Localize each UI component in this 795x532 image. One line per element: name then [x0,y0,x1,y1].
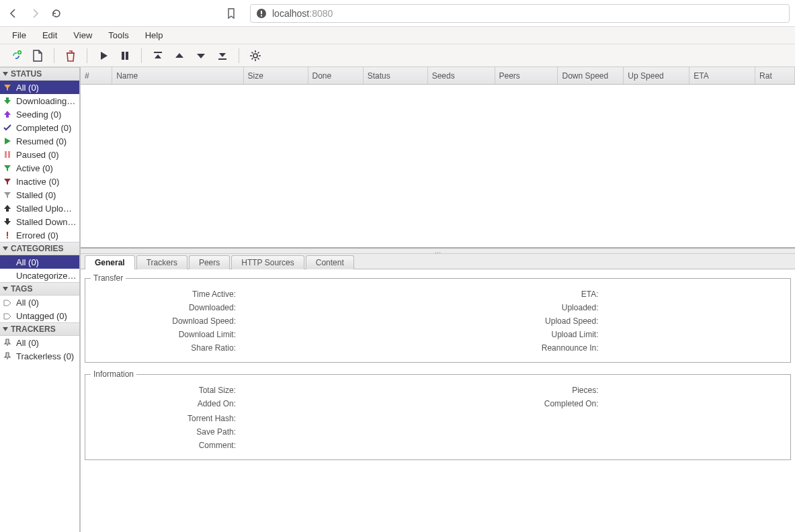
field-label: Downloaded: [85,303,240,312]
menu-view[interactable]: View [65,28,100,43]
sidebar-section-categories[interactable]: CATEGORIES [0,242,79,255]
svg-rect-1 [261,11,262,14]
field-value [603,399,791,408]
move-top-button[interactable] [147,46,169,66]
sidebar-item-label: Uncategorized (0) [16,271,77,281]
column-header[interactable]: Up Speed [624,67,689,84]
sidebar-item-label: All (0) [16,298,39,308]
add-torrent-link-button[interactable] [5,46,27,66]
browser-url-bar[interactable]: localhost:8080 [250,4,790,23]
field-value [603,290,791,299]
svg-rect-7 [218,58,226,60]
tab-general[interactable]: General [85,255,135,269]
tab-peers[interactable]: Peers [189,255,230,269]
field-value [240,441,790,450]
menu-help[interactable]: Help [137,28,171,43]
status-item[interactable]: All (0) [0,81,79,94]
sidebar-section-status[interactable]: STATUS [0,67,79,81]
detail-panel: Transfer Time Active:ETA:Downloaded:Uplo… [81,269,795,532]
sidebar-item-label: Stalled Uploadi… [16,204,77,214]
pin-icon [3,338,12,347]
status-item[interactable]: Paused (0) [0,148,79,161]
field-label: Share Ratio: [85,343,240,353]
sidebar-section-trackers[interactable]: TRACKERS [0,322,79,336]
bang-icon [3,230,12,240]
column-header[interactable]: Name [112,67,243,84]
menu-file[interactable]: File [4,28,34,43]
svg-rect-6 [154,52,162,53]
category-item[interactable]: Uncategorized (0) [0,269,79,282]
status-item[interactable]: Errored (0) [0,228,79,242]
field-value [240,316,428,326]
tracker-item[interactable]: All (0) [0,336,79,349]
sidebar-item-label: Downloading (0) [16,96,77,106]
column-header[interactable]: Size [244,67,308,84]
down-arrow-icon [3,96,12,105]
content-area: #NameSizeDoneStatusSeedsPeersDown SpeedU… [81,67,795,532]
browser-back-button[interactable] [5,5,22,21]
column-header[interactable]: Done [308,67,364,84]
menu-tools[interactable]: Tools [100,28,136,43]
filter-icon [3,163,12,173]
column-header[interactable]: Down Speed [558,67,624,84]
information-legend: Information [91,369,136,379]
status-item[interactable]: Downloading (0) [0,94,79,107]
settings-button[interactable] [245,46,266,66]
up-arrow-icon [3,109,12,119]
collapse-icon [3,287,8,291]
browser-bookmark-button[interactable] [223,5,239,21]
tag-item[interactable]: All (0) [0,296,79,309]
tag-item[interactable]: Untagged (0) [0,309,79,322]
status-item[interactable]: Inactive (0) [0,175,79,188]
pause-icon [3,150,12,159]
status-item[interactable]: Active (0) [0,161,79,175]
tab-trackers[interactable]: Trackers [136,255,187,269]
sidebar-item-label: All (0) [16,83,39,93]
column-header[interactable]: Rat [755,67,795,84]
svg-rect-12 [7,237,8,238]
move-bottom-button[interactable] [212,46,233,66]
status-item[interactable]: Stalled Uploadi… [0,202,79,215]
svg-point-8 [253,54,257,58]
status-item[interactable]: Resumed (0) [0,134,79,148]
pause-button[interactable] [114,46,136,66]
tab-http-sources[interactable]: HTTP Sources [231,255,304,269]
move-down-button[interactable] [190,46,212,66]
column-header[interactable]: Seeds [428,67,495,84]
sidebar-section-tags[interactable]: TAGS [0,282,79,296]
browser-reload-button[interactable] [48,5,65,21]
tab-content[interactable]: Content [306,255,354,269]
add-torrent-file-button[interactable] [27,46,48,66]
browser-forward-button[interactable] [27,5,43,21]
status-item[interactable]: Completed (0) [0,121,79,134]
svg-rect-9 [5,151,7,158]
svg-rect-10 [8,151,10,158]
horizontal-splitter[interactable]: … [81,249,795,254]
sidebar-item-label: Inactive (0) [16,177,59,187]
tag-icon [3,298,12,307]
category-item[interactable]: All (0) [0,255,79,269]
move-up-button[interactable] [169,46,190,66]
tracker-item[interactable]: Trackerless (0) [0,349,79,363]
status-item[interactable]: Stalled (0) [0,188,79,202]
column-header[interactable]: Peers [495,67,558,84]
resume-button[interactable] [93,46,114,66]
status-item[interactable]: Seeding (0) [0,107,79,121]
field-value [240,343,428,353]
column-header[interactable]: ETA [689,67,755,84]
collapse-icon [3,72,8,76]
menu-edit[interactable]: Edit [34,28,65,43]
field-value [240,386,428,395]
sidebar-item-label: Resumed (0) [16,136,67,146]
filter-icon [3,83,12,92]
column-header[interactable]: # [81,67,112,84]
transfer-legend: Transfer [91,273,126,283]
status-item[interactable]: Stalled Downlo… [0,215,79,228]
delete-button[interactable] [60,46,81,66]
column-header[interactable]: Status [364,67,428,84]
field-label: Download Limit: [85,330,240,339]
field-label: Uploaded: [428,303,603,312]
table-body[interactable] [81,85,795,247]
field-value [603,386,791,395]
field-label: Added On: [85,399,240,408]
